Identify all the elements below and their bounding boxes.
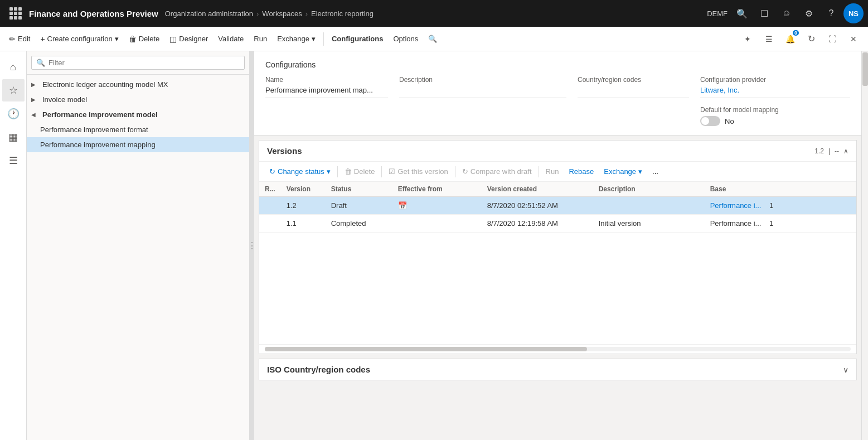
description-value[interactable] bbox=[399, 85, 566, 98]
view-button[interactable]: ☰ bbox=[759, 29, 779, 49]
delete-button[interactable]: 🗑 Delete bbox=[124, 32, 164, 46]
filter-input-wrap[interactable]: 🔍 bbox=[31, 56, 245, 70]
run-button[interactable]: Run bbox=[249, 32, 271, 45]
breadcrumb: Organization administration › Workspaces… bbox=[165, 9, 707, 18]
vertical-splitter[interactable] bbox=[250, 51, 254, 440]
refresh-button[interactable]: ↻ bbox=[801, 29, 821, 49]
cell-base-2: Performance i... 1 bbox=[705, 215, 856, 233]
h-scroll-thumb[interactable] bbox=[265, 347, 587, 351]
exchange-dropdown-icon: ▾ bbox=[312, 35, 316, 43]
toolbar-right-icons: ✦ ☰ 🔔 0 ↻ ⛶ ✕ bbox=[738, 29, 864, 49]
detail-fields: Name Performance improvement map... Desc… bbox=[265, 76, 850, 126]
model-map-section: Default for model mapping No bbox=[700, 106, 850, 126]
exchange-button[interactable]: Exchange ▾ bbox=[273, 32, 320, 45]
country-value[interactable] bbox=[578, 85, 689, 98]
col-base[interactable]: Base bbox=[705, 182, 856, 197]
breadcrumb-item-1[interactable]: Organization administration bbox=[165, 9, 253, 18]
cell-effective-2 bbox=[392, 215, 482, 233]
pin-icon-button[interactable]: ✦ bbox=[738, 29, 758, 49]
expand-icon-2: ◀ bbox=[31, 112, 40, 118]
compare-draft-button[interactable]: ↻ Compare with draft bbox=[458, 165, 536, 178]
version-sep: | bbox=[828, 147, 830, 155]
nav-favorites[interactable]: ☆ bbox=[2, 79, 25, 101]
provider-field-group: Configuration provider Litware, Inc. Def… bbox=[700, 76, 850, 126]
rebase-button[interactable]: Rebase bbox=[564, 165, 598, 178]
tree-item-3[interactable]: Performance improvement format bbox=[27, 122, 249, 137]
cell-effective-1: 📅 bbox=[392, 197, 482, 215]
expand-icon-0: ▶ bbox=[31, 81, 40, 88]
toolbar-search-button[interactable]: 🔍 bbox=[424, 32, 442, 45]
h-scroll-area[interactable] bbox=[259, 344, 856, 354]
provider-value[interactable]: Litware, Inc. bbox=[700, 85, 850, 98]
nav-home[interactable]: ⌂ bbox=[2, 56, 25, 78]
nav-workspaces[interactable]: ☰ bbox=[2, 149, 25, 172]
versions-section: Versions 1.2 | -- ∧ ↻ Change status ▾ 🗑 bbox=[259, 140, 857, 354]
cell-r-2 bbox=[259, 215, 281, 233]
change-status-button[interactable]: ↻ Change status ▾ bbox=[265, 165, 335, 178]
sidebar: 🔍 ▶ Electronic ledger accounting model M… bbox=[27, 51, 250, 440]
validate-button[interactable]: Validate bbox=[214, 32, 248, 45]
options-button[interactable]: Options bbox=[389, 32, 423, 45]
delete-icon: 🗑 bbox=[129, 35, 137, 43]
main-toolbar: ✏ Edit + Create configuration ▾ 🗑 Delete… bbox=[0, 27, 868, 51]
help-button[interactable]: ? bbox=[821, 3, 841, 23]
nav-recent[interactable]: 🕐 bbox=[2, 103, 25, 125]
col-status[interactable]: Status bbox=[326, 182, 392, 197]
model-map-toggle[interactable] bbox=[700, 116, 720, 126]
right-scrollbar[interactable] bbox=[861, 51, 868, 440]
version-number: 1.2 bbox=[814, 147, 824, 155]
breadcrumb-item-2[interactable]: Workspaces bbox=[262, 9, 302, 18]
filter-input[interactable] bbox=[49, 59, 240, 67]
nav-modules[interactable]: ▦ bbox=[2, 126, 25, 148]
table-empty-area bbox=[259, 233, 856, 344]
v-sep-3 bbox=[455, 166, 455, 177]
cell-r-1 bbox=[259, 197, 281, 215]
tree-item-1[interactable]: ▶ Invoice model bbox=[27, 92, 249, 107]
designer-button[interactable]: ◫ Designer bbox=[165, 32, 212, 46]
iso-title: ISO Country/region codes bbox=[267, 365, 370, 374]
table-row-2[interactable]: 1.1 Completed 8/7/2020 12:19:58 AM Initi… bbox=[259, 215, 856, 233]
col-version-created[interactable]: Version created bbox=[482, 182, 593, 197]
col-version[interactable]: Version bbox=[281, 182, 326, 197]
versions-delete-button[interactable]: 🗑 Delete bbox=[340, 165, 380, 178]
cell-status-1: Draft bbox=[326, 197, 392, 215]
name-value[interactable]: Performance improvement map... bbox=[265, 85, 388, 98]
edit-button[interactable]: ✏ Edit bbox=[4, 32, 35, 46]
app-title: Finance and Operations Preview bbox=[27, 9, 165, 18]
base-link-1[interactable]: Performance i... bbox=[710, 201, 762, 210]
col-description[interactable]: Description bbox=[593, 182, 705, 197]
icon-nav: ⌂ ☆ 🕐 ▦ ☰ bbox=[0, 51, 27, 440]
configurations-button[interactable]: Configurations bbox=[327, 32, 387, 45]
col-effective-from[interactable]: Effective from bbox=[392, 182, 482, 197]
breadcrumb-item-3[interactable]: Electronic reporting bbox=[311, 9, 374, 18]
user-avatar[interactable]: NS bbox=[843, 3, 864, 23]
app-menu-button[interactable] bbox=[4, 0, 27, 27]
top-nav-right: DEMF 🔍 ☐ ☺ ⚙ ? NS bbox=[707, 3, 864, 23]
create-config-button[interactable]: + Create configuration ▾ bbox=[36, 32, 123, 46]
fullscreen-button[interactable]: ⛶ bbox=[822, 29, 842, 49]
tree-item-4[interactable]: Performance improvement mapping bbox=[27, 137, 249, 152]
settings-button[interactable]: ⚙ bbox=[799, 3, 819, 23]
versions-run-button[interactable]: Run bbox=[541, 165, 564, 178]
versions-more-button[interactable]: ... bbox=[648, 165, 663, 178]
name-label: Name bbox=[265, 76, 388, 84]
model-map-value: No bbox=[725, 117, 734, 125]
trash-icon: 🗑 bbox=[345, 167, 352, 176]
close-button[interactable]: ✕ bbox=[843, 29, 864, 49]
smiley-button[interactable]: ☺ bbox=[777, 3, 797, 23]
tree-item-0[interactable]: ▶ Electronic ledger accounting model MX bbox=[27, 77, 249, 92]
iso-collapse-icon[interactable]: ∨ bbox=[843, 365, 848, 374]
collapse-icon[interactable]: ∧ bbox=[843, 147, 848, 155]
notification-button[interactable]: ☐ bbox=[754, 3, 774, 23]
get-version-button[interactable]: ☑ Get this version bbox=[384, 165, 452, 178]
search-icon: 🔍 bbox=[428, 35, 437, 43]
v-sep-1 bbox=[337, 166, 338, 177]
notification-badge: 0 bbox=[793, 30, 799, 36]
create-config-dropdown-icon: ▾ bbox=[115, 35, 119, 43]
cell-desc-1 bbox=[593, 197, 705, 215]
versions-exchange-button[interactable]: Exchange ▾ bbox=[599, 165, 647, 178]
tree-item-2[interactable]: ◀ Performance improvement model bbox=[27, 107, 249, 122]
search-button[interactable]: 🔍 bbox=[732, 3, 752, 23]
table-row-1[interactable]: 1.2 Draft 📅 8/7/2020 02:51:52 AM Perform… bbox=[259, 197, 856, 215]
scrollbar-thumb[interactable] bbox=[862, 52, 868, 86]
